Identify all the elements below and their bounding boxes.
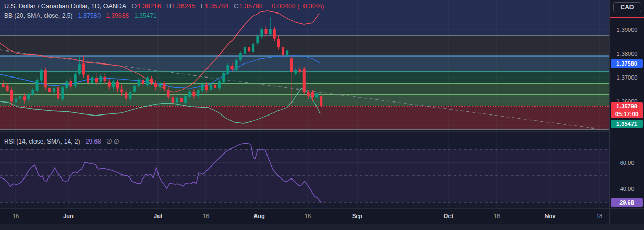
rsi-extra-values: ∅ ∅ (106, 138, 119, 145)
bb-lower-value: 1.35471 (134, 12, 156, 19)
rsi-label[interactable]: RSI (14, close, SMA, 14, 2) (4, 138, 80, 145)
symbol-title[interactable]: U.S. Dollar / Canadian Dollar, 1D, OANDA (4, 3, 126, 10)
bb-middle-value: 1.37580 (78, 12, 101, 19)
candle-body (2, 84, 5, 87)
candle-body (299, 69, 301, 72)
ohlc-open-value: 1.36216 (137, 3, 161, 10)
time-axis-label: 18 (596, 213, 602, 219)
currency-button[interactable]: CAD (613, 2, 641, 12)
time-axis-label: Jun (63, 213, 74, 219)
candle-body (218, 81, 221, 88)
candle-body (53, 88, 55, 93)
symbol-legend: U.S. Dollar / Canadian Dollar, 1D, OANDA… (4, 3, 327, 10)
candle-body (286, 50, 288, 55)
candle-body (6, 86, 9, 91)
candle-body (260, 29, 263, 37)
candle-body (273, 29, 276, 38)
candle-body (269, 29, 272, 34)
bar-countdown: 05:17:00 (611, 110, 643, 118)
candle-body (159, 83, 161, 87)
candle-body (150, 79, 153, 83)
candle-body (40, 70, 43, 80)
price-zone (0, 36, 609, 56)
time-axis[interactable]: 16JunJul16Aug16SepOct16Nov18 (0, 208, 609, 224)
candle-body (307, 93, 310, 96)
time-axis-separator (0, 208, 644, 209)
bb-label[interactable]: BB (20, SMA, close, 2.5) (4, 12, 72, 19)
candle-body (36, 80, 39, 91)
time-axis-label: 16 (13, 213, 19, 219)
price-axis-label: 1.37000 (610, 74, 644, 81)
candle-body (167, 90, 170, 97)
bb-lower-price-badge[interactable]: 1.35471 (611, 120, 643, 128)
candle-body (265, 29, 268, 34)
candle-body (192, 92, 195, 96)
candle-body (172, 97, 174, 103)
candle-body (104, 77, 106, 82)
candle-body (95, 78, 98, 82)
candle-body (303, 69, 306, 92)
candle-body (125, 93, 127, 99)
candle-body (19, 96, 21, 99)
time-axis-label: 16 (305, 213, 311, 219)
ohlc-low-label: L (201, 3, 204, 10)
candle-body (180, 98, 183, 102)
candle-body (320, 96, 322, 106)
candle-body (142, 80, 144, 84)
candle-body (65, 81, 68, 88)
rsi-axis-label: 40.00 (610, 185, 644, 193)
candle-body (239, 53, 242, 60)
candle-body (70, 81, 72, 86)
candle-body (252, 44, 254, 52)
candle-body (188, 92, 191, 97)
price-zone (0, 95, 609, 106)
candle-body (163, 83, 165, 89)
bb-indicator-legend: BB (20, SMA, close, 2.5) 1.37580 1.39688… (4, 12, 161, 19)
candle-body (277, 39, 280, 47)
candle-body (294, 70, 297, 73)
candle-body (44, 70, 47, 87)
price-axis[interactable]: CAD 1.390001.380001.370001.36000 1.37580… (609, 0, 644, 224)
ohlc-open-label: O (132, 3, 137, 10)
rsi-value: 29.68 (86, 138, 101, 145)
candle-body (99, 76, 102, 82)
price-zone (0, 106, 609, 129)
candle-body (315, 93, 318, 97)
candle-body (57, 87, 59, 98)
candle-body (31, 90, 34, 94)
candle-body (91, 77, 93, 83)
bb-middle-price-badge[interactable]: 1.37580 (611, 59, 643, 68)
candle-body (176, 98, 178, 103)
rsi-value-badge[interactable]: 29.68 (611, 198, 643, 207)
candle-body (61, 87, 64, 99)
candle-body (201, 84, 204, 91)
time-axis-label: Sep (352, 213, 362, 219)
change-value: −0.00408 (−0.30%) (268, 3, 324, 10)
candle-body (226, 65, 229, 74)
axis-red-marker (610, 17, 644, 18)
chart-canvas[interactable] (0, 0, 609, 208)
candle-body (133, 86, 136, 92)
candle-body (48, 88, 51, 92)
ohlc-low-value: 1.35784 (205, 3, 228, 10)
last-price-badge[interactable]: 1.35798 05:17:00 (611, 102, 643, 118)
candle-body (146, 78, 149, 85)
candle-body (256, 36, 259, 43)
trading-chart-window: U.S. Dollar / Canadian Dollar, 1D, OANDA… (0, 0, 644, 230)
candle-body (248, 47, 250, 51)
candle-body (205, 85, 208, 90)
candle-body (27, 94, 30, 99)
candle-body (74, 74, 77, 86)
candle-body (120, 90, 123, 92)
candle-body (138, 80, 140, 86)
candle-body (311, 92, 314, 97)
price-axis-label: 1.38000 (610, 50, 644, 57)
rsi-indicator-legend: RSI (14, close, SMA, 14, 2) 29.68 ∅ ∅ (4, 138, 123, 145)
candle-body (129, 92, 131, 99)
chart-pane[interactable]: U.S. Dollar / Canadian Dollar, 1D, OANDA… (0, 0, 609, 208)
time-axis-label: Oct (444, 213, 453, 219)
price-axis-label: 1.39000 (610, 26, 644, 33)
candle-body (116, 82, 119, 88)
candle-body (87, 75, 89, 83)
bottom-toolbar-strip (0, 224, 644, 230)
